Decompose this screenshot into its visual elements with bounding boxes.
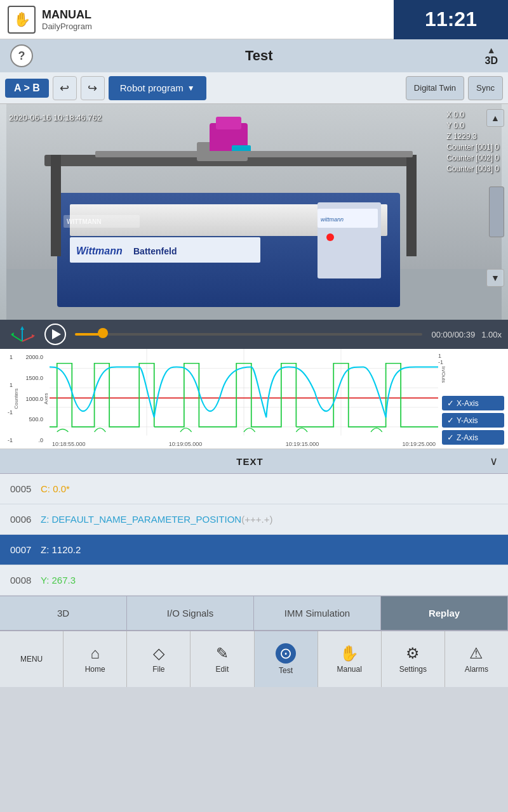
redo-button[interactable]: ↪: [81, 76, 105, 100]
toolbar: A > B ↩ ↪ Robot program ▼ Digital Twin S…: [0, 72, 508, 104]
text-section-title: TEXT: [236, 456, 263, 467]
nav-settings[interactable]: ⚙ Settings: [382, 631, 445, 687]
file-icon: ◇: [153, 645, 164, 662]
code-line-0005[interactable]: 0005 C: 0.0*: [0, 474, 508, 504]
digital-twin-button[interactable]: Digital Twin: [406, 76, 464, 100]
tab-io-signals[interactable]: I/O Signals: [127, 596, 254, 630]
timeline-container[interactable]: [72, 333, 425, 336]
graph-right-panel: 1 -1 In/Outs ✓ X-Axis ✓ Y-Axis ✓ Z-Axis: [438, 349, 508, 449]
nav-home-label: Home: [85, 665, 105, 674]
3d-toggle-button[interactable]: ▲ 3D: [485, 45, 498, 67]
robot-program-button[interactable]: Robot program ▼: [109, 76, 206, 100]
nav-manual[interactable]: ✋ Manual: [318, 631, 382, 687]
axes-label: Axes: [43, 349, 50, 449]
3d-label: 3D: [485, 55, 498, 67]
z-value: Z 1229.3: [446, 132, 499, 141]
nav-alarms[interactable]: ⚠ Alarms: [445, 631, 508, 687]
nav-edit-label: Edit: [216, 665, 229, 674]
line-content-0008: Y: 267.3: [41, 575, 76, 586]
counter3-value: Counter [003] 0: [446, 164, 499, 173]
graph-legend: ✓ X-Axis ✓ Y-Axis ✓ Z-Axis: [438, 392, 508, 449]
program-label: DailyProgram: [42, 22, 92, 31]
x-axis-check-icon: ✓: [447, 398, 454, 408]
svg-point-18: [326, 233, 334, 241]
top-bar: ✋ MANUAL DailyProgram 11:21: [0, 0, 508, 39]
code-line-0006[interactable]: 0006 Z: DEFAULT_NAME_PARAMETER_POSITION(…: [0, 504, 508, 535]
x-label-4: 10:19:25.000: [402, 441, 436, 447]
legend-y-axis[interactable]: ✓ Y-Axis: [442, 413, 504, 428]
header-bar: ? Test ▲ 3D: [0, 39, 508, 72]
axes-indicator: [6, 324, 38, 345]
x-label-3: 10:19:15.000: [286, 441, 319, 447]
manual-icon: ✋: [340, 645, 359, 662]
svg-text:wittmann: wittmann: [321, 216, 344, 223]
timeline-track[interactable]: [75, 333, 422, 336]
nav-settings-label: Settings: [399, 665, 427, 674]
dropdown-arrow-icon: ▼: [187, 84, 195, 93]
z-axis-check-icon: ✓: [447, 433, 454, 442]
mode-icon: ✋: [8, 6, 36, 34]
viewport-timestamp: 2020-06-16 10:18:46.762: [9, 113, 102, 122]
tab-replay[interactable]: Replay: [381, 596, 508, 630]
code-line-0008[interactable]: 0008 Y: 267.3: [0, 565, 508, 596]
x-label-1: 10:18:55.000: [52, 441, 86, 447]
svg-rect-4: [51, 155, 61, 256]
scroll-up-btn[interactable]: ▲: [486, 109, 504, 127]
svg-rect-14: [95, 151, 413, 157]
legend-x-axis[interactable]: ✓ X-Axis: [442, 396, 504, 410]
nav-manual-label: Manual: [337, 665, 362, 674]
viewport-scroll-up[interactable]: ▲: [486, 109, 504, 127]
help-button[interactable]: ?: [10, 44, 33, 67]
svg-text:WITTMANN: WITTMANN: [67, 218, 101, 225]
nav-edit[interactable]: ✎ Edit: [190, 631, 254, 687]
text-section-header: TEXT ∨: [0, 449, 508, 474]
nav-test-label: Test: [279, 666, 293, 675]
legend-z-axis[interactable]: ✓ Z-Axis: [442, 430, 504, 445]
sync-button[interactable]: Sync: [468, 76, 503, 100]
z-axis-legend-label: Z-Axis: [457, 433, 478, 442]
inouts-label: In/Outs: [438, 372, 450, 377]
axes-svg: [8, 324, 36, 345]
line-num-0008: 0008: [10, 575, 41, 586]
chevron-up-icon: ▲: [487, 45, 496, 55]
playback-bar: 00:00/00:39 1.00x: [0, 320, 508, 349]
graph-svg: [50, 349, 438, 449]
time-display: 00:00/00:39: [431, 330, 475, 339]
scroll-down-btn[interactable]: ▼: [486, 269, 504, 287]
line-content-0006: Z: DEFAULT_NAME_PARAMETER_POSITION(+++.+…: [41, 514, 272, 525]
scroll-thumb: [489, 187, 504, 237]
line-num-0005: 0005: [10, 483, 41, 494]
alarms-icon: ⚠: [469, 645, 483, 662]
text-collapse-button[interactable]: ∨: [490, 454, 498, 468]
nav-file[interactable]: ◇ File: [127, 631, 190, 687]
counter2-value: Counter [002] 0: [446, 154, 499, 162]
clock: 11:21: [394, 0, 508, 39]
nav-file-label: File: [152, 665, 164, 674]
code-line-0007[interactable]: 0007 Z: 1120.2: [0, 535, 508, 565]
test-icon: ⊙: [276, 643, 296, 664]
timeline-marker: [98, 328, 108, 338]
ab-button[interactable]: A > B: [5, 79, 49, 98]
viewport-scroll-down[interactable]: ▼: [486, 269, 504, 287]
nav-home[interactable]: ⌂ Home: [64, 631, 127, 687]
tab-imm-simulation[interactable]: IMM Simulation: [254, 596, 381, 630]
graph-x-labels: 10:18:55.000 10:19:05.000 10:19:15.000 1…: [50, 441, 438, 447]
counter1-value: Counter [001] 0: [446, 143, 499, 152]
edit-icon: ✎: [216, 645, 229, 662]
line-num-0007: 0007: [10, 544, 41, 555]
top-bar-left: ✋ MANUAL DailyProgram: [0, 6, 394, 34]
play-button[interactable]: [44, 324, 66, 345]
nav-menu[interactable]: MENU: [0, 631, 64, 687]
nav-test[interactable]: ⊙ Test: [255, 631, 318, 687]
tab-3d[interactable]: 3D: [0, 596, 127, 630]
top-bar-info: MANUAL DailyProgram: [42, 8, 92, 31]
undo-button[interactable]: ↩: [53, 76, 77, 100]
graph-y-labels: 1 1 -1 -1 Counters 2000.0 1500.0 1000.0 …: [0, 349, 50, 449]
y-axis-legend-label: Y-Axis: [457, 416, 478, 425]
svg-rect-12: [216, 117, 241, 129]
svg-marker-26: [32, 334, 35, 338]
settings-icon: ⚙: [406, 645, 420, 662]
bottom-nav: MENU ⌂ Home ◇ File ✎ Edit ⊙ Test ✋ Manua…: [0, 630, 508, 687]
scene-background: Wittmann Battenfeld wittmann WITTMANN: [0, 104, 508, 320]
graph-axes-vals: 2000.0 1500.0 1000.0 500.0 .0: [19, 349, 43, 449]
